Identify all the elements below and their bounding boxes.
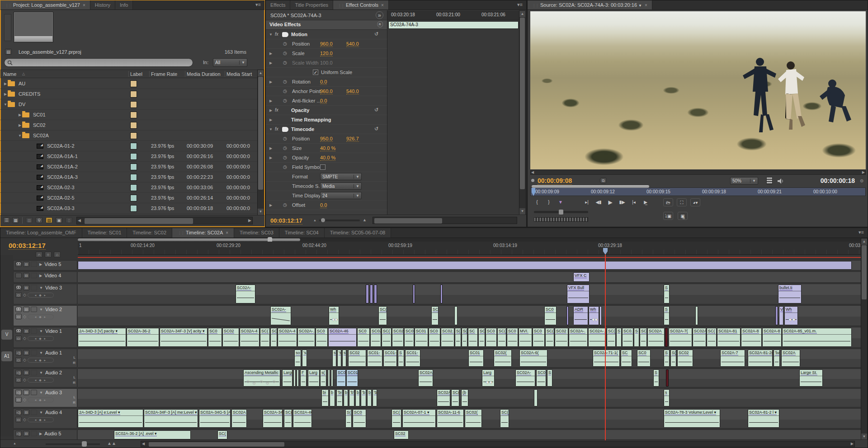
set-display-style-icon[interactable]: ▭ bbox=[15, 397, 22, 402]
clip-sc0[interactable]: SC0 bbox=[486, 328, 497, 347]
twirl-icon[interactable]: ▼ bbox=[18, 134, 22, 138]
clip-sc01-[interactable]: SC01-( bbox=[383, 350, 397, 367]
automate-to-sequence-icon[interactable]: ▥ bbox=[26, 217, 33, 223]
toggle-animation-stopwatch-icon[interactable]: ◷ bbox=[283, 164, 287, 169]
effects-scrollbar[interactable]: ▲ ▼ bbox=[519, 10, 526, 215]
clip-b[interactable]: b bbox=[330, 389, 335, 406]
track-lock-icon[interactable] bbox=[31, 261, 37, 267]
toggle-animation-stopwatch-icon[interactable]: ◷ bbox=[283, 98, 287, 103]
label-swatch[interactable] bbox=[130, 195, 137, 201]
clip-sliver[interactable] bbox=[366, 285, 369, 303]
speaker-icon[interactable] bbox=[777, 178, 784, 184]
effect-row-uniform-scale[interactable]: Uniform Scale✓ bbox=[266, 68, 387, 77]
keyframe-navigator[interactable]: ◂ ◆ ▸ bbox=[28, 293, 54, 298]
clip-sc0[interactable]: SC0 bbox=[544, 306, 557, 325]
collapse-track-icon[interactable]: ▼ bbox=[39, 286, 43, 290]
effect-row-position[interactable]: ◷Position960.0540.0 bbox=[266, 39, 387, 49]
set-display-style-icon[interactable]: ▭ bbox=[15, 377, 22, 383]
clip-sc02a[interactable]: SC02A bbox=[437, 389, 450, 406]
clip-sc-[interactable]: SC( bbox=[217, 430, 227, 439]
go-to-out-icon[interactable]: } bbox=[544, 198, 554, 206]
video-effects-header[interactable]: Video Effects « bbox=[266, 20, 387, 30]
step-forward-icon[interactable]: ▮▶ bbox=[617, 198, 627, 206]
clip-sc0[interactable]: SC0 bbox=[357, 328, 370, 347]
twirl-icon[interactable]: ▶ bbox=[269, 203, 273, 207]
clip-sliver[interactable] bbox=[665, 328, 668, 347]
play-icon[interactable]: ▶ bbox=[605, 198, 615, 206]
project-row-AU[interactable]: ▶AU bbox=[0, 79, 258, 89]
close-icon[interactable]: × bbox=[83, 3, 85, 8]
clip-sc02a-7[interactable]: SC02A-7 bbox=[720, 350, 745, 367]
clip-sc02a-[interactable]: SC02A- bbox=[236, 285, 255, 303]
clip-sliver[interactable] bbox=[78, 261, 852, 270]
set-display-style-icon[interactable]: ▭ bbox=[15, 417, 22, 422]
sync-lock-icon[interactable]: ⊟ bbox=[23, 285, 29, 290]
clip-vfx-bull[interactable]: VFX Bull bbox=[567, 285, 590, 303]
step-back-icon[interactable]: ◀▮ bbox=[594, 198, 604, 206]
close-icon[interactable]: × bbox=[645, 3, 647, 8]
clip-sc0[interactable]: SC0 bbox=[208, 328, 222, 347]
clip--s[interactable]: 's bbox=[337, 350, 341, 367]
track-header-video-3[interactable]: ⊟▼Video 3▭◇◂ ◆ ▸ bbox=[13, 284, 77, 304]
new-bin-icon[interactable]: ▨ bbox=[46, 217, 52, 223]
track-lock-icon[interactable] bbox=[31, 307, 37, 312]
clip-s[interactable]: S bbox=[664, 350, 670, 367]
label-swatch[interactable] bbox=[130, 112, 137, 118]
track-header-audio-3[interactable]: ◁)⊟▼Audio 3▭◇◂ ◆ ▸LR bbox=[13, 388, 77, 407]
twirl-icon[interactable]: ▶ bbox=[3, 82, 8, 86]
effect-row-rotation[interactable]: ▶◷Rotation0.0 bbox=[266, 77, 387, 87]
track-header-video-5[interactable]: ⊟▶Video 5 bbox=[13, 260, 77, 271]
clip-s-[interactable]: S( bbox=[670, 350, 676, 367]
dropdown-timecode-s-[interactable]: Media▼ bbox=[320, 182, 362, 190]
panel-menu-icon[interactable]: ▾≡ bbox=[514, 0, 526, 9]
clip-sc-[interactable]: SC( bbox=[707, 328, 717, 347]
tab-info[interactable]: Info bbox=[115, 0, 133, 9]
jog-wheel[interactable] bbox=[534, 217, 588, 222]
output-icon[interactable]: ◕▾ bbox=[690, 198, 700, 206]
set-display-style-icon[interactable]: ▭ bbox=[15, 357, 22, 363]
checkbox[interactable]: ✓ bbox=[313, 70, 318, 75]
col-media-duration[interactable]: Media Duration bbox=[187, 71, 221, 77]
clip-so[interactable]: so bbox=[294, 350, 301, 367]
keyframe-icon[interactable]: ◇ bbox=[23, 293, 26, 297]
collapse-track-icon[interactable]: ▶ bbox=[39, 262, 42, 266]
settings-icon[interactable]: ⚙ bbox=[860, 178, 864, 183]
clip-sc02a-[interactable]: SC02A- bbox=[515, 369, 535, 387]
find-icon[interactable]: ⚲ bbox=[36, 217, 42, 223]
eye-icon[interactable] bbox=[15, 273, 22, 278]
clip-sc01-[interactable]: SC01-( bbox=[346, 369, 358, 387]
clip-adr[interactable]: ADR bbox=[573, 306, 588, 325]
clip-sc02a[interactable]: SC02A bbox=[418, 369, 433, 387]
track-header-video-4[interactable]: ⊟▶Video 4 bbox=[13, 271, 77, 283]
clip-sc-[interactable]: SC( bbox=[500, 409, 509, 428]
track-lock-icon[interactable] bbox=[31, 285, 37, 290]
timeline-hscrollbar[interactable]: ◀ ▶ bbox=[141, 441, 855, 447]
collapse-track-icon[interactable]: ▼ bbox=[39, 308, 43, 312]
keyframe-navigator[interactable]: ◂ ◆ ▸ bbox=[28, 358, 54, 363]
clip-mvi-[interactable]: MVI. bbox=[519, 328, 532, 347]
clip--b[interactable]: 'b bbox=[361, 389, 366, 406]
keyframe-navigator[interactable]: ◂ ◆ ▸ bbox=[28, 417, 54, 422]
clip-sc02a-8[interactable]: SC02A-8 bbox=[762, 328, 782, 347]
clip-sc02a-81[interactable]: SC02A-81 bbox=[717, 328, 741, 347]
clip-sliver[interactable] bbox=[534, 389, 538, 406]
clip-sc02a[interactable]: SC02A bbox=[231, 409, 247, 428]
mark-in-icon[interactable]: ▸| bbox=[582, 198, 592, 206]
collapse-track-icon[interactable]: ▼ bbox=[39, 391, 43, 395]
clip-s[interactable]: s bbox=[664, 389, 670, 406]
keyframe-navigator[interactable]: ◂ ◆ ▸ bbox=[28, 397, 54, 402]
clip-bi[interactable]: bi bbox=[321, 389, 329, 406]
clip-larg[interactable]: Larg◆◆ bbox=[482, 369, 495, 387]
clip--b[interactable]: 'b bbox=[373, 389, 377, 406]
project-row-SC02A-01A-2[interactable]: SC02A-01A-223.976 fps00:00:26:0800:00:00… bbox=[0, 162, 258, 172]
clip-sc02a-34f-3-v-acity-[interactable]: SC02A-34F-3 [V] acity ▾ bbox=[160, 328, 208, 347]
clip-sliver[interactable] bbox=[331, 369, 333, 387]
clip-sc[interactable]: SC bbox=[468, 328, 478, 347]
toggle-animation-stopwatch-icon[interactable]: ◷ bbox=[283, 136, 287, 141]
timeline-scrollbar[interactable]: ▲ ▼ bbox=[861, 238, 868, 440]
track-lane-video-1[interactable]: 2A-34D-3 [V] pacity ▾SC02A-36-2SC02A-34F… bbox=[78, 327, 861, 348]
zoom-level-dropdown[interactable]: 50%▼ bbox=[730, 177, 758, 185]
col-name[interactable]: Name bbox=[3, 71, 16, 77]
track-lane-audio-5[interactable]: SC02A-36-2 [A] .evel ▾SC(SC02 bbox=[78, 429, 861, 440]
track-lock-icon[interactable] bbox=[31, 273, 37, 278]
